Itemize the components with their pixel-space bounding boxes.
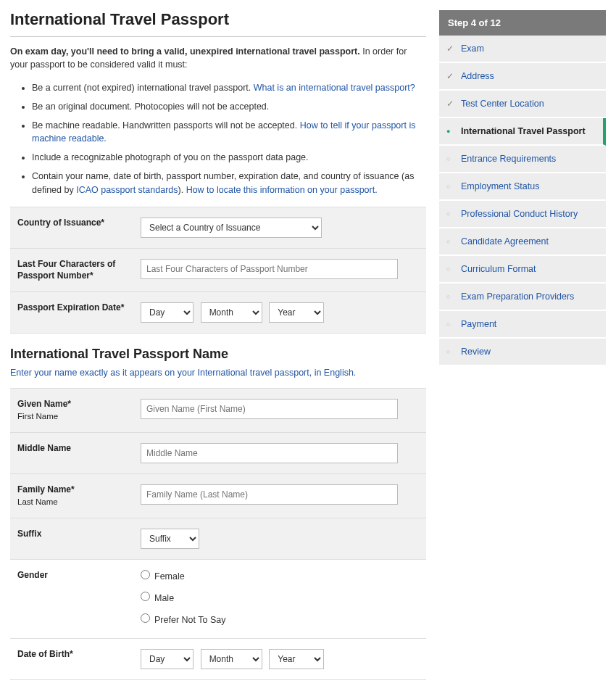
label-gender: Gender <box>17 570 141 582</box>
circle-icon: ○ <box>446 238 450 245</box>
step-item-review[interactable]: ○Review <box>439 339 606 366</box>
circle-icon: ○ <box>446 348 450 355</box>
list-item: Be an original document. Photocopies wil… <box>32 100 426 114</box>
circle-icon: ○ <box>446 320 450 328</box>
link-icao-standards[interactable]: ICAO passport standards <box>76 185 178 195</box>
gender-female-option[interactable]: Female <box>141 570 419 582</box>
middle-name-input[interactable] <box>141 443 398 463</box>
exp-year-select[interactable]: Year <box>269 302 324 323</box>
step-item-employment-status[interactable]: ○Employment Status <box>439 173 606 201</box>
label-family-name: Family Name* Last Name <box>17 484 141 508</box>
step-item-address[interactable]: ✓Address <box>439 63 606 91</box>
dob-month-select[interactable]: Month <box>201 649 262 669</box>
step-label: Entrance Requirements <box>461 154 556 164</box>
check-icon: ✓ <box>446 44 454 54</box>
requirements-list: Be a current (not expired) international… <box>10 81 426 196</box>
step-item-professional-conduct-history[interactable]: ○Professional Conduct History <box>439 201 606 228</box>
label-suffix: Suffix <box>17 529 141 540</box>
link-what-is-passport[interactable]: What is an international travel passport… <box>254 83 415 93</box>
list-item: Include a recognizable photograph of you… <box>32 151 426 165</box>
list-item: Contain your name, date of birth, passpo… <box>32 170 426 197</box>
family-name-input[interactable] <box>141 484 398 505</box>
circle-icon: ○ <box>446 265 450 273</box>
gender-male-option[interactable]: Male <box>141 592 419 603</box>
step-label: Address <box>461 71 494 81</box>
link-locate-info[interactable]: How to locate this information on your p… <box>186 185 378 195</box>
list-item: Be machine readable. Handwritten passpor… <box>32 119 426 146</box>
step-item-test-center-location[interactable]: ✓Test Center Location <box>439 91 606 118</box>
last4-input[interactable] <box>141 259 398 279</box>
step-label: Curriculum Format <box>461 264 536 274</box>
label-expiration: Passport Expiration Date* <box>17 302 141 314</box>
intro-text: On exam day, you'll need to bring a vali… <box>10 46 426 71</box>
label-country: Country of Issuance* <box>17 218 141 229</box>
section-name-subtitle: Enter your name exactly as it appears on… <box>10 368 426 378</box>
step-item-international-travel-passport[interactable]: ●International Travel Passport <box>439 118 606 146</box>
step-item-entrance-requirements[interactable]: ○Entrance Requirements <box>439 146 606 173</box>
circle-icon: ○ <box>446 210 450 218</box>
page-title: International Travel Passport <box>10 10 426 29</box>
suffix-select[interactable]: Suffix <box>141 529 199 549</box>
gender-prefer-not-option[interactable]: Prefer Not To Say <box>141 613 419 625</box>
dob-year-select[interactable]: Year <box>269 649 324 669</box>
circle-icon: ● <box>446 128 450 135</box>
exp-month-select[interactable]: Month <box>201 302 262 323</box>
gender-prefer-not-radio[interactable] <box>141 613 150 623</box>
label-dob: Date of Birth* <box>17 649 141 661</box>
dob-day-select[interactable]: Day <box>141 649 193 669</box>
check-icon: ✓ <box>446 71 454 81</box>
label-middle-name: Middle Name <box>17 443 141 455</box>
circle-icon: ○ <box>446 155 450 162</box>
divider <box>10 36 426 37</box>
step-item-candidate-agreement[interactable]: ○Candidate Agreement <box>439 228 606 256</box>
country-select[interactable]: Select a Country of Issuance <box>141 218 322 238</box>
step-label: International Travel Passport <box>461 126 586 136</box>
step-list: ✓Exam✓Address✓Test Center Location●Inter… <box>439 36 606 366</box>
label-given-name: Given Name* First Name <box>17 399 141 422</box>
step-label: Employment Status <box>461 181 539 191</box>
step-label: Professional Conduct History <box>461 209 578 219</box>
step-item-curriculum-format[interactable]: ○Curriculum Format <box>439 256 606 284</box>
exp-day-select[interactable]: Day <box>141 302 193 323</box>
circle-icon: ○ <box>446 293 450 300</box>
step-label: Candidate Agreement <box>461 236 549 247</box>
step-item-payment[interactable]: ○Payment <box>439 311 606 339</box>
gender-male-radio[interactable] <box>141 592 150 601</box>
check-icon: ✓ <box>446 99 454 109</box>
step-item-exam[interactable]: ✓Exam <box>439 36 606 63</box>
step-label: Review <box>461 347 491 357</box>
circle-icon: ○ <box>446 183 450 190</box>
list-item: Be a current (not expired) international… <box>32 81 426 95</box>
gender-female-radio[interactable] <box>141 570 150 579</box>
step-item-exam-preparation-providers[interactable]: ○Exam Preparation Providers <box>439 284 606 311</box>
step-header: Step 4 of 12 <box>439 10 606 36</box>
step-label: Exam <box>461 44 484 54</box>
step-label: Payment <box>461 319 496 329</box>
intro-bold: On exam day, you'll need to bring a vali… <box>10 46 360 57</box>
step-label: Exam Preparation Providers <box>461 291 574 302</box>
label-last4: Last Four Characters of Passport Number* <box>17 259 141 281</box>
section-name-title: International Travel Passport Name <box>10 347 426 362</box>
given-name-input[interactable] <box>141 399 398 419</box>
step-label: Test Center Location <box>461 99 544 109</box>
